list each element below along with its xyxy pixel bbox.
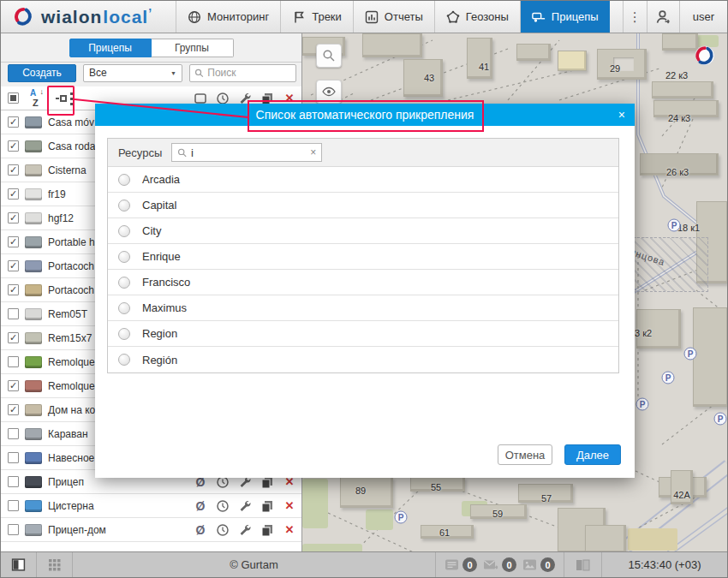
trailer-marker-icon[interactable] bbox=[694, 45, 716, 70]
trailer-checkbox[interactable]: ✓ bbox=[8, 332, 19, 343]
resource-row[interactable]: Capital bbox=[108, 193, 618, 218]
nav-tracks[interactable]: Треки bbox=[281, 1, 354, 33]
trailer-checkbox[interactable] bbox=[8, 428, 19, 439]
resource-row[interactable]: Enrique bbox=[108, 244, 618, 270]
resource-row[interactable]: Region bbox=[108, 321, 618, 347]
trailer-checkbox[interactable] bbox=[8, 452, 19, 463]
trailer-checkbox[interactable] bbox=[8, 500, 19, 511]
nav-reports[interactable]: Отчеты bbox=[354, 1, 435, 33]
trailer-checkbox[interactable]: ✓ bbox=[8, 188, 19, 200]
map-building bbox=[516, 44, 551, 61]
trailer-checkbox[interactable]: ✓ bbox=[8, 404, 19, 415]
collapse-panel-button[interactable] bbox=[1, 552, 37, 577]
wrench-icon[interactable] bbox=[238, 499, 252, 513]
create-button[interactable]: Создать bbox=[8, 64, 76, 82]
resource-radio[interactable] bbox=[118, 277, 130, 289]
resource-row[interactable]: Arcadia bbox=[108, 167, 618, 193]
resource-row[interactable]: City bbox=[108, 218, 618, 244]
resource-radio[interactable] bbox=[118, 225, 130, 237]
trailer-checkbox[interactable]: ✓ bbox=[8, 236, 19, 247]
dialog-header[interactable]: Список автоматического прикрепления × bbox=[95, 104, 635, 126]
resource-radio[interactable] bbox=[118, 251, 130, 263]
clock-icon[interactable] bbox=[216, 499, 230, 513]
clear-search-icon[interactable]: × bbox=[310, 146, 316, 158]
attach-unit-icon[interactable]: Ø bbox=[194, 523, 207, 537]
trailer-name: Навесное bbox=[48, 452, 94, 464]
nav-trailers[interactable]: Прицепы bbox=[521, 1, 610, 33]
trailer-thumbnail bbox=[25, 164, 42, 176]
resource-search-input[interactable] bbox=[191, 146, 304, 159]
delete-icon[interactable]: ✕ bbox=[283, 499, 296, 513]
reports-icon bbox=[365, 10, 379, 24]
media-counter[interactable]: 0 bbox=[522, 557, 555, 572]
trailer-thumbnail bbox=[25, 116, 42, 128]
trailer-search-input[interactable] bbox=[207, 67, 291, 79]
trailer-row-actions: Ø ✕ bbox=[194, 518, 296, 542]
trailer-checkbox[interactable]: ✓ bbox=[8, 380, 19, 391]
resource-list: Arcadia Capital City Enrique Francisco M… bbox=[108, 167, 618, 372]
resources-label: Ресурсы bbox=[118, 146, 162, 159]
clock-icon[interactable] bbox=[216, 523, 230, 537]
next-button[interactable]: Далее bbox=[564, 444, 621, 465]
copy-icon[interactable] bbox=[260, 499, 274, 513]
filter-select[interactable]: Все ▼ bbox=[83, 64, 182, 82]
nav-geofences[interactable]: Геозоны bbox=[435, 1, 521, 33]
dialog-title: Список автоматического прикрепления bbox=[256, 108, 474, 122]
close-icon[interactable]: × bbox=[618, 104, 625, 126]
resource-search-box[interactable]: × bbox=[171, 143, 322, 162]
tab-groups[interactable]: Группы bbox=[152, 39, 234, 57]
map-building-label: 55 bbox=[431, 482, 441, 492]
cancel-button[interactable]: Отмена bbox=[498, 444, 552, 465]
trailer-checkbox[interactable]: ✓ bbox=[8, 260, 19, 271]
parking-icon: P bbox=[395, 511, 408, 524]
apps-grid-button[interactable] bbox=[37, 552, 73, 577]
copy-icon[interactable] bbox=[260, 523, 274, 537]
resource-row[interactable]: Región bbox=[108, 347, 618, 372]
trailer-checkbox[interactable] bbox=[8, 476, 19, 487]
wrench-icon[interactable] bbox=[238, 523, 252, 537]
resource-radio[interactable] bbox=[118, 354, 130, 366]
select-all-checkbox[interactable] bbox=[8, 92, 19, 104]
resource-radio[interactable] bbox=[118, 328, 130, 340]
attach-unit-icon[interactable]: Ø bbox=[194, 499, 207, 513]
messages-counter[interactable]: 0 bbox=[483, 557, 516, 572]
auto-attach-list-icon[interactable] bbox=[56, 91, 76, 106]
clock-label: 15:43:40 (+03) bbox=[602, 552, 727, 577]
resource-row[interactable]: Francisco bbox=[108, 270, 618, 295]
trailer-row[interactable]: Прицеп-дом Ø ✕ bbox=[1, 518, 301, 542]
map-visibility-button[interactable] bbox=[316, 80, 342, 104]
resource-row[interactable]: Maximus bbox=[108, 295, 618, 321]
trailer-checkbox[interactable] bbox=[8, 356, 19, 367]
kebab-menu-icon: ⋮ bbox=[629, 9, 641, 25]
notifications-counter[interactable]: 0 bbox=[445, 557, 477, 572]
trailer-search-box[interactable] bbox=[189, 64, 296, 82]
nav-monitoring[interactable]: Мониторинг bbox=[176, 1, 281, 33]
trailer-checkbox[interactable]: ✓ bbox=[8, 212, 19, 223]
tab-trailers[interactable]: Прицепы bbox=[69, 39, 152, 57]
resource-radio[interactable] bbox=[118, 302, 130, 314]
trailer-row[interactable]: Цистерна Ø ✕ bbox=[1, 494, 301, 518]
trailer-checkbox[interactable] bbox=[8, 524, 19, 535]
trailer-thumbnail bbox=[25, 404, 42, 416]
map-search-button[interactable] bbox=[316, 44, 342, 68]
map-building-label: 43 bbox=[424, 73, 434, 83]
trailer-checkbox[interactable] bbox=[8, 308, 19, 319]
trailer-checkbox[interactable]: ✓ bbox=[8, 140, 19, 152]
sort-az-icon[interactable]: A ↓ Z bbox=[30, 90, 45, 106]
trailer-name: Прицеп-дом bbox=[48, 524, 106, 536]
search-icon bbox=[194, 68, 204, 79]
more-menu-button[interactable]: ⋮ bbox=[623, 1, 647, 33]
media-icon bbox=[522, 558, 537, 571]
map-building-label: 26 к3 bbox=[666, 167, 689, 177]
resource-radio[interactable] bbox=[118, 174, 130, 186]
resource-radio[interactable] bbox=[118, 200, 130, 212]
user-menu-button[interactable] bbox=[647, 1, 679, 33]
map-building bbox=[340, 477, 393, 508]
layout-columns-button[interactable] bbox=[564, 552, 602, 577]
trailer-checkbox[interactable]: ✓ bbox=[8, 116, 19, 128]
trailer-name: Цистерна bbox=[48, 500, 94, 512]
resource-name: Francisco bbox=[142, 276, 190, 289]
trailer-checkbox[interactable]: ✓ bbox=[8, 164, 19, 176]
delete-icon[interactable]: ✕ bbox=[283, 523, 296, 537]
trailer-checkbox[interactable]: ✓ bbox=[8, 284, 19, 295]
